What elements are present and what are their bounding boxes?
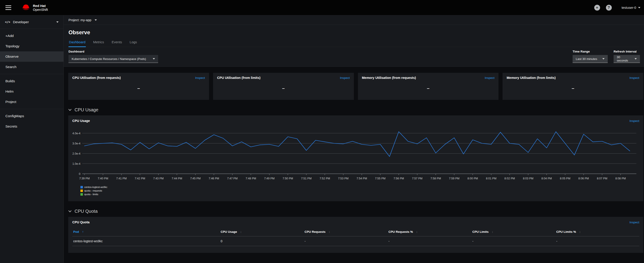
cpu-quota-section-toggle[interactable]: CPU Quota	[68, 209, 643, 214]
cpu-quota-inspect-link[interactable]: Inspect	[629, 221, 639, 224]
x-axis-tick-label: 7:56 PM	[394, 177, 404, 180]
x-axis-tick-label: 8:04 PM	[541, 177, 552, 180]
metric-card-memory-utilisation-from-limits: Memory Utilisation (from limits)Inspect–	[502, 73, 643, 100]
x-axis-tick-label: 8:01 PM	[486, 177, 496, 180]
x-axis-tick-label: 7:49 PM	[264, 177, 274, 180]
column-label: CPU Requests %	[388, 230, 413, 233]
x-axis-tick-label: 8:02 PM	[504, 177, 515, 180]
time-range-select[interactable]: Last 30 minutes	[572, 55, 608, 63]
legend-swatch	[80, 186, 83, 188]
legend-item-centos-logtest-ws9kc: centos-logtest-ws9kc	[80, 185, 639, 189]
metric-card-cpu-utilisation-from-requests: CPU Utilisation (from requests)Inspect–	[68, 73, 209, 100]
dashboard-select[interactable]: Kubernetes / Compute Resources / Namespa…	[68, 55, 158, 63]
project-selector[interactable]: Project: my-app	[68, 18, 97, 22]
column-label: CPU Limits %	[556, 230, 576, 233]
redhat-openshift-logo: Red Hat OpenShift	[21, 4, 48, 12]
series-line-centos-logtest-ws9kc	[84, 132, 630, 156]
x-axis-tick-label: 7:48 PM	[246, 177, 256, 180]
column-header-pod[interactable]: Pod↑	[72, 230, 220, 236]
column-header-cpu-limits[interactable]: CPU Limits %↕	[555, 230, 639, 236]
value-cell: -	[555, 236, 639, 246]
value-cell: -	[388, 236, 472, 246]
cpu-usage-card: CPU Usage Inspect 01.0e-42.0e-43.0e-44.0…	[68, 115, 643, 201]
help-question-circle-icon[interactable]: ?	[606, 5, 612, 11]
brand-line1: Red Hat	[33, 4, 48, 8]
developer-code-icon: </>	[5, 20, 10, 24]
x-axis-tick-label: 8:06 PM	[578, 177, 589, 180]
caret-down-icon	[602, 58, 604, 60]
inspect-link[interactable]: Inspect	[195, 76, 205, 80]
legend-label: quota - limits	[84, 193, 98, 196]
tabs: DashboardMetricsEventsLogs	[68, 40, 639, 47]
tab-metrics[interactable]: Metrics	[92, 40, 104, 47]
column-header-cpu-limits[interactable]: CPU Limits↕	[472, 230, 556, 236]
cpu-quota-card: CPU Quota Inspect Pod↑CPU Usage↕CPU Requ…	[68, 217, 643, 253]
sidebar-item-search[interactable]: Search	[0, 62, 64, 72]
add-plus-circle-icon[interactable]: +	[594, 5, 600, 11]
dashboard-filter-bar: Dashboard Kubernetes / Compute Resources…	[64, 47, 644, 67]
column-header-cpu-requests[interactable]: CPU Requests %↕	[388, 230, 472, 236]
openshift-console: Red Hat OpenShift + ? testuser-0 </> Dev…	[0, 0, 644, 263]
caret-down-icon	[56, 22, 58, 23]
x-axis-tick-label: 8:07 PM	[597, 177, 608, 180]
dashboard-select-label: Dashboard	[68, 50, 158, 53]
caret-down-icon	[153, 58, 155, 60]
x-axis-tick-label: 7:58 PM	[430, 177, 441, 180]
x-axis-tick-label: 7:42 PM	[135, 177, 145, 180]
tab-dashboard[interactable]: Dashboard	[68, 40, 86, 47]
sidebar-item-add[interactable]: +Add	[0, 31, 64, 41]
tab-events[interactable]: Events	[111, 40, 122, 47]
sort-both-icon: ↕	[329, 230, 330, 233]
refresh-interval-label: Refresh Interval	[614, 50, 640, 53]
time-range-label: Time Range	[572, 50, 608, 53]
column-label: CPU Limits	[472, 230, 488, 233]
user-menu[interactable]: testuser-0	[622, 6, 640, 10]
section-title: CPU Usage	[74, 107, 98, 112]
x-axis-tick-label: 7:46 PM	[208, 177, 219, 180]
sidebar-item-builds[interactable]: Builds	[0, 76, 64, 86]
metric-value: –	[217, 80, 350, 97]
chart-card-title: CPU Usage	[72, 119, 90, 123]
x-axis-tick-label: 7:53 PM	[338, 177, 349, 180]
sidebar-item-helm[interactable]: Helm	[0, 86, 64, 97]
sidebar-item-configmaps[interactable]: ConfigMaps	[0, 111, 64, 121]
sort-both-icon: ↕	[492, 230, 493, 233]
value-cell: 0	[220, 236, 304, 246]
tab-logs[interactable]: Logs	[129, 40, 138, 47]
x-axis-tick-label: 7:59 PM	[449, 177, 460, 180]
value-cell: -	[304, 236, 388, 246]
x-axis-tick-label: 7:55 PM	[375, 177, 386, 180]
metric-value: –	[72, 80, 205, 97]
metric-card-cpu-utilisation-from-limits: CPU Utilisation (from limits)Inspect–	[213, 73, 354, 100]
inspect-link[interactable]: Inspect	[629, 76, 639, 80]
legend-swatch	[80, 189, 83, 192]
project-selector-label: Project: my-app	[68, 18, 92, 22]
inspect-link[interactable]: Inspect	[485, 76, 495, 80]
sidebar-item-observe[interactable]: Observe	[0, 51, 64, 62]
perspective-switcher[interactable]: </> Developer	[0, 15, 64, 29]
x-axis-tick-label: 7:47 PM	[227, 177, 238, 180]
sort-both-icon: ↕	[416, 230, 418, 233]
y-axis-tick-label: 3.0e-4	[72, 142, 80, 145]
nav-toggle-icon[interactable]	[6, 6, 11, 10]
legend-label: quota - requests	[84, 189, 102, 192]
inspect-link[interactable]: Inspect	[340, 76, 350, 80]
column-label: CPU Usage	[220, 230, 237, 233]
caret-down-icon	[94, 19, 97, 21]
sidebar-item-topology[interactable]: Topology	[0, 41, 64, 51]
column-header-cpu-requests[interactable]: CPU Requests↕	[304, 230, 388, 236]
column-header-cpu-usage[interactable]: CPU Usage↕	[220, 230, 304, 236]
x-axis-tick-label: 7:44 PM	[172, 177, 182, 180]
sidebar-nav: </> Developer +AddTopologyObserveSearchB…	[0, 15, 64, 263]
y-axis-tick-label: 0	[79, 172, 80, 176]
pod-name-cell: centos-logtest-ws9kc	[72, 236, 220, 246]
metric-card-memory-utilisation-from-requests: Memory Utilisation (from requests)Inspec…	[358, 73, 499, 100]
cpu-usage-inspect-link[interactable]: Inspect	[629, 119, 639, 123]
sidebar-item-secrets[interactable]: Secrets	[0, 121, 64, 132]
refresh-interval-value: 30 seconds	[617, 56, 631, 62]
legend-item-quota-limits: quota - limits	[80, 192, 639, 196]
cpu-usage-section-toggle[interactable]: CPU Usage	[68, 107, 643, 112]
project-bar: Project: my-app	[64, 15, 644, 25]
refresh-interval-select[interactable]: 30 seconds	[614, 55, 640, 63]
sidebar-item-project[interactable]: Project	[0, 97, 64, 107]
